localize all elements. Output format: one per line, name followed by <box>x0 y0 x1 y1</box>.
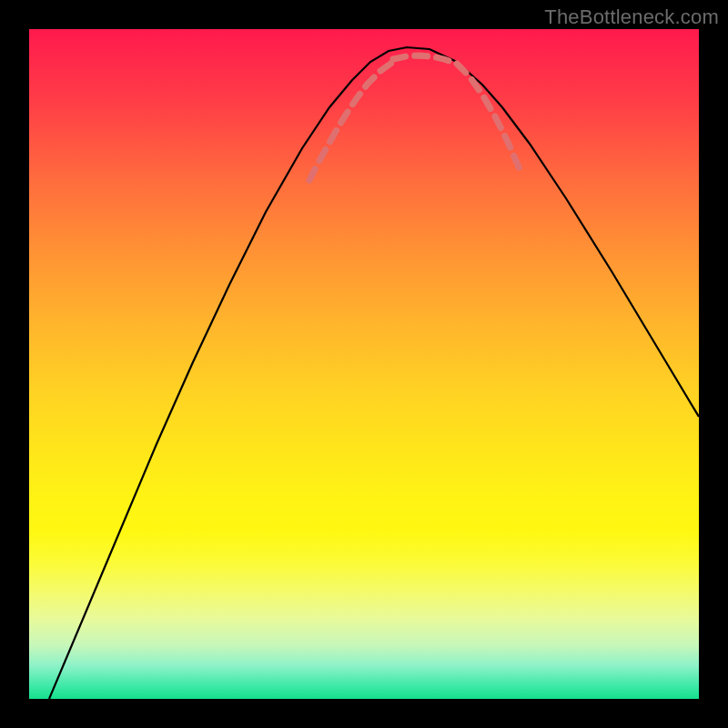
watermark-text: TheBottleneck.com <box>544 5 719 29</box>
chart-svg <box>29 29 699 699</box>
chart-plot-area <box>29 29 699 699</box>
series-curve <box>49 47 699 699</box>
series-group <box>49 47 699 699</box>
chart-frame: TheBottleneck.com <box>0 0 728 728</box>
